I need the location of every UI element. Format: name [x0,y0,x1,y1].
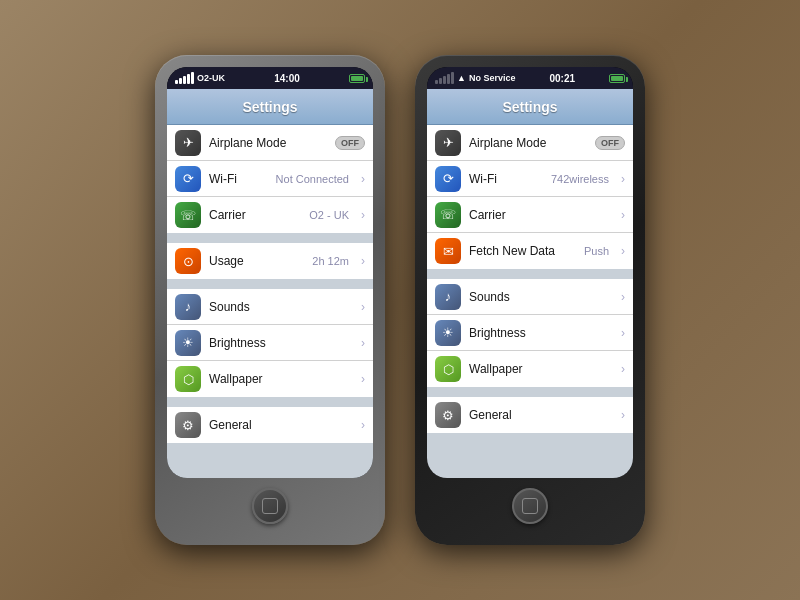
row-label: Brightness [209,336,353,350]
carrier-icon: ☏ [175,202,201,228]
phone1: O2-UK14:00Settings✈Airplane ModeOFF⟳Wi-F… [155,55,385,545]
settings-row-sounds[interactable]: ♪Sounds› [427,279,633,315]
status-bar: O2-UK14:00 [167,67,373,89]
usage-icon: ⊙ [175,248,201,274]
settings-row-wifi[interactable]: ⟳Wi-Fi742wireless› [427,161,633,197]
brightness-icon: ☀ [175,330,201,356]
wifi-icon: ⟳ [435,166,461,192]
settings-row-fetch[interactable]: ✉Fetch New DataPush› [427,233,633,269]
chevron-right-icon: › [621,362,625,376]
chevron-right-icon: › [361,208,365,222]
settings-row-carrier[interactable]: ☏CarrierO2 - UK› [167,197,373,233]
chevron-right-icon: › [361,254,365,268]
row-label: Wallpaper [469,362,613,376]
row-label: Usage [209,254,304,268]
settings-row-carrier[interactable]: ☏Carrier› [427,197,633,233]
chevron-right-icon: › [621,244,625,258]
brightness-icon: ☀ [435,320,461,346]
row-label: Sounds [469,290,613,304]
sounds-icon: ♪ [435,284,461,310]
row-label: Wallpaper [209,372,353,386]
row-label: General [209,418,353,432]
row-value: 742wireless [551,173,609,185]
chevron-right-icon: › [621,408,625,422]
row-label: Carrier [469,208,613,222]
wifi-icon: ⟳ [175,166,201,192]
settings-row-airplane[interactable]: ✈Airplane ModeOFF [167,125,373,161]
general-icon: ⚙ [435,402,461,428]
settings-row-usage[interactable]: ⊙Usage2h 12m› [167,243,373,279]
settings-row-airplane[interactable]: ✈Airplane ModeOFF [427,125,633,161]
row-label: Wi-Fi [209,172,268,186]
chevron-right-icon: › [621,208,625,222]
settings-row-brightness[interactable]: ☀Brightness› [427,315,633,351]
fetch-icon: ✉ [435,238,461,264]
chevron-right-icon: › [361,372,365,386]
row-value: 2h 12m [312,255,349,267]
time-label: 00:21 [549,73,575,84]
settings-row-wallpaper[interactable]: ⬡Wallpaper› [167,361,373,397]
row-label: Airplane Mode [469,136,587,150]
settings-title: Settings [502,99,557,115]
home-button[interactable] [252,488,288,524]
toggle-off[interactable]: OFF [595,136,625,150]
chevron-right-icon: › [361,300,365,314]
row-label: Carrier [209,208,301,222]
airplane-icon: ✈ [175,130,201,156]
carrier-icon: ☏ [435,202,461,228]
wallpaper-icon: ⬡ [175,366,201,392]
settings-row-brightness[interactable]: ☀Brightness› [167,325,373,361]
time-label: 14:00 [274,73,300,84]
chevron-right-icon: › [361,336,365,350]
row-label: Wi-Fi [469,172,543,186]
chevron-right-icon: › [621,326,625,340]
settings-title: Settings [242,99,297,115]
airplane-icon: ✈ [435,130,461,156]
row-label: Airplane Mode [209,136,327,150]
chevron-right-icon: › [621,172,625,186]
home-button[interactable] [512,488,548,524]
chevron-right-icon: › [621,290,625,304]
row-label: Brightness [469,326,613,340]
wallpaper-icon: ⬡ [435,356,461,382]
status-bar: ▲No Service00:21 [427,67,633,89]
general-icon: ⚙ [175,412,201,438]
row-value: Push [584,245,609,257]
row-label: Fetch New Data [469,244,576,258]
wifi-icon: ▲ [457,73,466,83]
settings-row-general[interactable]: ⚙General› [167,407,373,443]
settings-row-sounds[interactable]: ♪Sounds› [167,289,373,325]
carrier-label: No Service [469,73,516,83]
sounds-icon: ♪ [175,294,201,320]
toggle-off[interactable]: OFF [335,136,365,150]
row-label: General [469,408,613,422]
phone2: ▲No Service00:21Settings✈Airplane ModeOF… [415,55,645,545]
chevron-right-icon: › [361,172,365,186]
settings-row-general[interactable]: ⚙General› [427,397,633,433]
row-label: Sounds [209,300,353,314]
settings-row-wallpaper[interactable]: ⬡Wallpaper› [427,351,633,387]
settings-row-wifi[interactable]: ⟳Wi-FiNot Connected› [167,161,373,197]
row-value: O2 - UK [309,209,349,221]
chevron-right-icon: › [361,418,365,432]
row-value: Not Connected [276,173,349,185]
carrier-label: O2-UK [197,73,225,83]
